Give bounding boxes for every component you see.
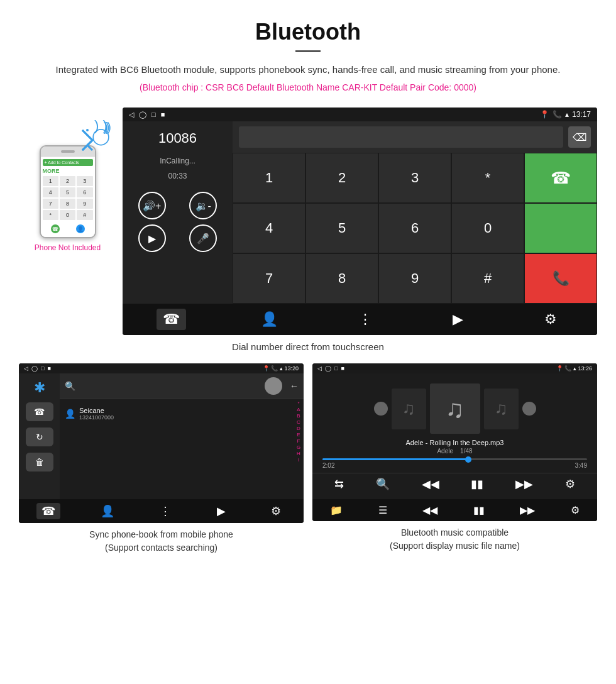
bottom-screenshots: ◁ ◯ □ ■ 📍 📞 ▴ 13:20 ✱ ☎ ↻ 🗑 (0, 363, 616, 554)
music-bottom-nav: 📁 ☰ ◀◀ ▮▮ ▶▶ ⚙ (312, 499, 597, 521)
dial-key-star[interactable]: * (451, 153, 524, 203)
backspace-btn[interactable]: ⌫ (568, 126, 591, 148)
music-progress: 2:02 3:49 (312, 458, 597, 469)
progress-bar-fill (322, 458, 468, 460)
music-nav-prev[interactable]: ◀◀ (417, 503, 443, 517)
pb-main: 🔍 ← 👤 Seicane 13241007000 (60, 373, 304, 499)
dial-call-btn-2[interactable] (524, 203, 597, 253)
music-artist: Adele 1/48 (312, 448, 597, 455)
mute-btn[interactable]: 🎤 (189, 224, 217, 252)
nav-transfer-icon[interactable]: ▶ (446, 309, 470, 330)
dial-key-9[interactable]: 9 (378, 253, 451, 304)
svg-point-1 (86, 129, 89, 131)
dial-key-1[interactable]: 1 (233, 153, 305, 203)
nav-contacts-icon[interactable]: 👤 (255, 309, 284, 330)
dial-key-6[interactable]: 6 (378, 203, 451, 253)
equalizer-icon[interactable]: ⚙ (565, 477, 575, 491)
car-time: 13:17 (572, 110, 591, 119)
music-body: ♫ ♫ ♫ Adele - Rolling In the Deep.mp3 Ad… (312, 373, 597, 499)
contact-name: Seicane (79, 407, 114, 414)
phone-speaker (61, 150, 75, 153)
bluetooth-specs: (Bluetooth chip : CSR BC6 Default Blueto… (38, 82, 578, 92)
car-bottom-nav: ☎ 👤 ⋮ ▶ ⚙ (123, 304, 597, 335)
dial-key-3[interactable]: 3 (378, 153, 451, 203)
nav-phone-icon[interactable]: ☎ (157, 309, 186, 330)
music-caption: Bluetooth music compatible (Support disp… (390, 526, 520, 553)
pb-call-btn[interactable]: ☎ (26, 402, 53, 421)
dial-key-0[interactable]: 0 (451, 203, 524, 253)
shuffle-icon[interactable]: ⇆ (334, 477, 344, 491)
music-screen: ◁ ◯ □ ■ 📍 📞 ▴ 13:26 ♫ ♫ ♫ (312, 363, 597, 521)
car-main: 10086 InCalling... 00:33 🔊+ 🔉- ▶ 🎤 ⌫ 1 (123, 121, 597, 304)
music-albums: ♫ ♫ ♫ (312, 373, 597, 439)
dialpad-grid: 1 2 3 * ☎ 4 5 6 0 7 8 9 # 📞 (233, 153, 597, 304)
main-caption: Dial number direct from touchscreen (0, 341, 616, 352)
pb-nav-contacts[interactable]: 👤 (96, 503, 119, 519)
page-header: Bluetooth Integrated with BC6 Bluetooth … (0, 0, 616, 108)
pb-nav-phone[interactable]: ☎ (36, 503, 60, 519)
music-track-name: Adele - Rolling In the Deep.mp3 (312, 439, 597, 446)
pb-nav-transfer[interactable]: ▶ (212, 503, 231, 519)
pb-search-dot (265, 377, 282, 395)
car-right-panel: ⌫ 1 2 3 * ☎ 4 5 6 0 7 8 9 # 📞 (233, 121, 597, 304)
search-music-icon[interactable]: 🔍 (376, 477, 390, 491)
call-controls: 🔊+ 🔉- ▶ 🎤 (129, 192, 226, 252)
music-nav-list[interactable]: ☰ (373, 503, 392, 517)
album-art-center: ♫ (430, 383, 480, 434)
time-total: 3:49 (575, 462, 587, 469)
music-nav-eq[interactable]: ⚙ (566, 503, 585, 517)
volume-down-btn[interactable]: 🔉- (189, 192, 217, 219)
phone-side: ) ) ◯ ))) + Add to Contacts MORE (19, 108, 116, 252)
pb-nav-settings[interactable]: ⚙ (266, 503, 286, 519)
phone-bottom-icons: ☎ 👤 (43, 223, 93, 234)
title-underline (295, 50, 321, 52)
dial-key-7[interactable]: 7 (233, 253, 305, 304)
next-track-btn[interactable]: ▶▶ (515, 477, 533, 491)
album-art-left: ♫ (392, 389, 426, 429)
contact-avatar-icon: 👤 (65, 409, 75, 419)
dial-key-2[interactable]: 2 (305, 153, 378, 203)
phonebook-body: ✱ ☎ ↻ 🗑 🔍 ← 👤 (19, 373, 304, 499)
call-timer: 00:33 (129, 172, 226, 180)
phonebook-status-bar: ◁ ◯ □ ■ 📍 📞 ▴ 13:20 (19, 363, 304, 373)
pb-back-arrow[interactable]: ← (290, 381, 299, 391)
music-status-bar: ◁ ◯ □ ■ 📍 📞 ▴ 13:26 (312, 363, 597, 373)
dial-key-4[interactable]: 4 (233, 203, 305, 253)
call-number: 10086 (129, 130, 226, 146)
music-nav-folder[interactable]: 📁 (325, 503, 348, 517)
dial-key-5[interactable]: 5 (305, 203, 378, 253)
pb-sync-btn[interactable]: ↻ (26, 428, 53, 446)
nav-settings-icon[interactable]: ⚙ (538, 309, 563, 330)
phonebook-item: ◁ ◯ □ ■ 📍 📞 ▴ 13:20 ✱ ☎ ↻ 🗑 (19, 363, 304, 554)
phone-dial-grid: 1 2 3 4 5 6 7 8 9 * 0 # (43, 176, 93, 220)
play-pause-btn[interactable]: ▮▮ (471, 477, 483, 491)
page-title: Bluetooth (38, 19, 578, 45)
dial-key-8[interactable]: 8 (305, 253, 378, 304)
music-controls: ⇆ 🔍 ◀◀ ▮▮ ▶▶ ⚙ (312, 473, 597, 495)
album-art-right: ♫ (484, 389, 519, 429)
prev-track-btn[interactable]: ◀◀ (422, 477, 439, 491)
music-dot-left (374, 402, 388, 416)
dial-call-btn[interactable]: ☎ (524, 153, 597, 203)
progress-dot (465, 456, 471, 463)
music-nav-play[interactable]: ▮▮ (468, 503, 490, 517)
dialpad-input-box[interactable] (239, 126, 563, 148)
pb-contacts: 👤 Seicane 13241007000 (60, 399, 294, 499)
pb-list: 👤 Seicane 13241007000 * A B C (60, 399, 304, 499)
transfer-btn[interactable]: ▶ (138, 224, 166, 252)
phone-mockup: + Add to Contacts MORE 1 2 3 4 5 6 7 8 9… (40, 145, 96, 238)
phone-not-included-label: Phone Not Included (35, 243, 101, 252)
volume-up-btn[interactable]: 🔊+ (138, 192, 166, 219)
time-current: 2:02 (322, 462, 334, 469)
dialpad-top: ⌫ (233, 121, 597, 153)
pb-delete-btn[interactable]: 🗑 (26, 453, 53, 472)
phonebook-caption: Sync phone-book from mobile phone (Suppo… (89, 528, 233, 554)
call-status: InCalling... (129, 157, 226, 165)
pb-nav-dialpad[interactable]: ⋮ (155, 503, 176, 519)
progress-times: 2:02 3:49 (322, 462, 587, 469)
dial-end-btn[interactable]: 📞 (524, 253, 597, 304)
pb-sidebar: ✱ ☎ ↻ 🗑 (19, 373, 60, 499)
music-nav-next[interactable]: ▶▶ (515, 503, 540, 517)
dial-key-hash[interactable]: # (451, 253, 524, 304)
nav-dialpad-icon[interactable]: ⋮ (352, 309, 378, 330)
